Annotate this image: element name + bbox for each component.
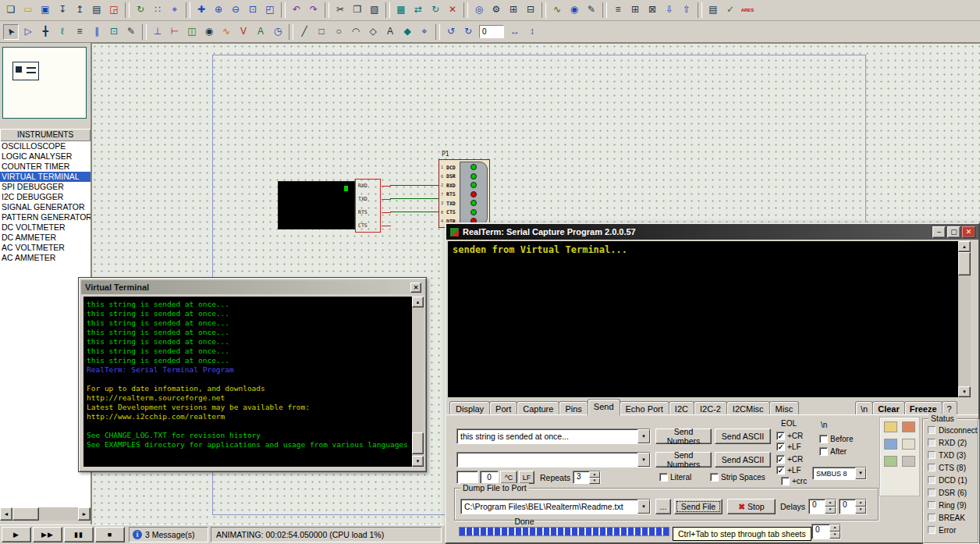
decompose-icon[interactable]: ⊟ [523, 2, 538, 18]
wire-label-icon[interactable]: ℓ [55, 24, 70, 40]
block-move-icon[interactable]: ⇄ [410, 2, 426, 18]
char-field[interactable] [456, 471, 478, 484]
repeats-spinner[interactable]: 3 ▲▼ [573, 471, 601, 484]
arc-2d-icon[interactable]: ◠ [348, 24, 364, 40]
realterm-titlebar[interactable]: RealTerm: Serial Capture Program 2.0.0.5… [446, 224, 978, 240]
spin-down-icon[interactable]: ▼ [829, 532, 840, 539]
remove-sheet-icon[interactable]: ⊠ [644, 2, 660, 18]
box-2d-icon[interactable]: □ [314, 24, 329, 40]
lf1-checkbox[interactable]: +LF [776, 443, 801, 451]
tab-i2c[interactable]: I2C [669, 401, 694, 415]
electrical-rule-check-icon[interactable]: ✓ [723, 2, 738, 18]
dump-file-combo[interactable]: C:\Program Files\BEL\Realterm\Readme.txt… [460, 499, 651, 514]
voltage-probe-icon[interactable]: V [236, 24, 251, 40]
scroll-thumb[interactable] [412, 432, 424, 454]
pick-parts-icon[interactable]: ◎ [471, 2, 487, 18]
block-delete-icon[interactable]: ✕ [445, 2, 460, 18]
search-tag-icon[interactable]: ◉ [566, 2, 582, 18]
import-section-icon[interactable]: ↧ [55, 2, 70, 18]
tab-echo-port[interactable]: Echo Port [620, 401, 669, 415]
instrument-logic-analyser[interactable]: LOGIC ANALYSER [0, 151, 91, 162]
tab-pins[interactable]: Pins [559, 401, 588, 415]
smbus-select[interactable]: SMBUS 8 ▼ [812, 467, 867, 480]
netlist-to-ares-icon[interactable]: ARES [740, 2, 755, 18]
strip-spaces-checkbox[interactable]: Strip Spaces [710, 473, 765, 482]
ctrl-c-button[interactable]: ^C [500, 471, 517, 484]
aux-tab-n[interactable]: \n [855, 401, 873, 415]
realterm-terminal-screen[interactable]: senden from Virtual Terminal... [448, 241, 958, 397]
chevron-down-icon[interactable]: ▼ [855, 468, 866, 479]
paste-icon[interactable]: ▧ [367, 2, 382, 18]
lf-button[interactable]: LF [519, 471, 534, 484]
text-script-icon[interactable]: ≡ [72, 24, 87, 40]
graph-mode-icon[interactable]: ◫ [184, 24, 200, 40]
spin-down-icon[interactable]: ▼ [855, 507, 866, 514]
instrument-ac-voltmeter[interactable]: AC VOLTMETER [0, 243, 91, 253]
vt-titlebar[interactable]: Virtual Terminal ✕ [81, 280, 425, 294]
delay1-spinner[interactable]: 0 ▲▼ [808, 499, 836, 514]
crc-checkbox[interactable]: +crc [781, 477, 807, 485]
tab-send[interactable]: Send [588, 399, 620, 415]
path-2d-icon[interactable]: ◇ [365, 24, 381, 40]
tab-misc[interactable]: Misc [769, 401, 800, 415]
spin-up-icon[interactable]: ▲ [825, 500, 836, 507]
zoom-out-icon[interactable]: ⊖ [228, 2, 243, 18]
cr1-checkbox[interactable]: +CR [776, 432, 803, 440]
instrument-virtual-terminal[interactable]: VIRTUAL TERMINAL [0, 172, 91, 182]
before-checkbox[interactable]: Before [819, 435, 853, 443]
pan-icon[interactable]: ✚ [194, 2, 209, 18]
tape-recorder-icon[interactable]: ◉ [201, 24, 217, 40]
text-2d-icon[interactable]: A [382, 24, 398, 40]
spin-down-icon[interactable]: ▼ [825, 507, 836, 514]
realterm-scrollbar[interactable]: ▲ ▼ [958, 241, 971, 397]
cut-icon[interactable]: ✂ [332, 2, 348, 18]
chevron-down-icon[interactable]: ▼ [637, 453, 650, 467]
scroll-thumb[interactable] [958, 252, 971, 276]
design-explorer-icon[interactable]: ≡ [610, 2, 626, 18]
after-checkbox[interactable]: After [819, 447, 847, 456]
message-panel[interactable]: 3 Message(s) [129, 527, 208, 542]
redo-icon[interactable]: ↷ [306, 2, 321, 18]
line-2d-icon[interactable]: ╱ [296, 24, 312, 40]
tab-i2cmisc[interactable]: I2CMisc [726, 401, 770, 415]
packaging-tool-icon[interactable]: ⊞ [506, 2, 521, 18]
bill-of-materials-icon[interactable]: ▤ [705, 2, 721, 18]
spin-up-icon[interactable]: ▲ [589, 471, 600, 478]
pause-button[interactable]: ▮▮ [64, 527, 94, 542]
save-icon[interactable]: ▣ [37, 2, 53, 18]
send-line2-combo[interactable]: ▼ [456, 452, 651, 468]
send-file-button[interactable]: Send File [674, 499, 723, 514]
rotate-ccw-icon[interactable]: ↺ [443, 24, 459, 40]
refresh-display-icon[interactable]: ↻ [133, 2, 148, 18]
make-device-icon[interactable]: ⚙ [488, 2, 504, 18]
scroll-left-icon[interactable]: ◄ [0, 507, 12, 521]
bottom-spinner[interactable]: 0 ▲▼ [811, 524, 841, 539]
send-numbers-button-1[interactable]: Send Numbers [655, 428, 712, 444]
marker-2d-icon[interactable]: ⌖ [417, 24, 432, 40]
scroll-down-icon[interactable]: ▼ [412, 456, 424, 467]
play-button[interactable]: ▶ [2, 527, 31, 542]
copy-icon[interactable]: ❐ [350, 2, 365, 18]
close-icon[interactable]: ✕ [410, 283, 421, 293]
current-probe-icon[interactable]: A [253, 24, 268, 40]
instrument-oscilloscope[interactable]: OSCILLOSCOPE [0, 141, 91, 151]
scroll-down-icon[interactable]: ▼ [958, 386, 971, 397]
vt-scrollbar[interactable]: ▲ ▼ [412, 297, 424, 467]
generator-mode-icon[interactable]: ∿ [218, 24, 234, 40]
zero-field[interactable]: 0 [480, 471, 499, 484]
maximize-icon[interactable]: ▢ [947, 226, 960, 238]
new-file-icon[interactable]: ❏ [3, 2, 19, 18]
terminal-mode-icon[interactable]: ⊥ [150, 24, 165, 40]
send-numbers-button-2[interactable]: Send Numbers [655, 452, 712, 468]
cr2-checkbox[interactable]: +CR [776, 455, 803, 464]
instrument-pattern-generator[interactable]: PATTERN GENERATOR [0, 212, 91, 222]
scroll-up-icon[interactable]: ▲ [958, 241, 971, 252]
print-icon[interactable]: ▤ [89, 2, 105, 18]
rotation-angle-input[interactable] [479, 25, 504, 38]
p1-compim-component[interactable]: 1 DCD 6 DSR 2 RXD 7 RTS [439, 159, 490, 228]
realterm-window[interactable]: RealTerm: Serial Capture Program 2.0.0.5… [445, 222, 980, 544]
instrument-dc-ammeter[interactable]: DC AMMETER [0, 233, 91, 243]
zoom-area-icon[interactable]: ◰ [262, 2, 278, 18]
zoom-all-icon[interactable]: ⊡ [245, 2, 261, 18]
mark-output-area-icon[interactable]: ◲ [106, 2, 122, 18]
